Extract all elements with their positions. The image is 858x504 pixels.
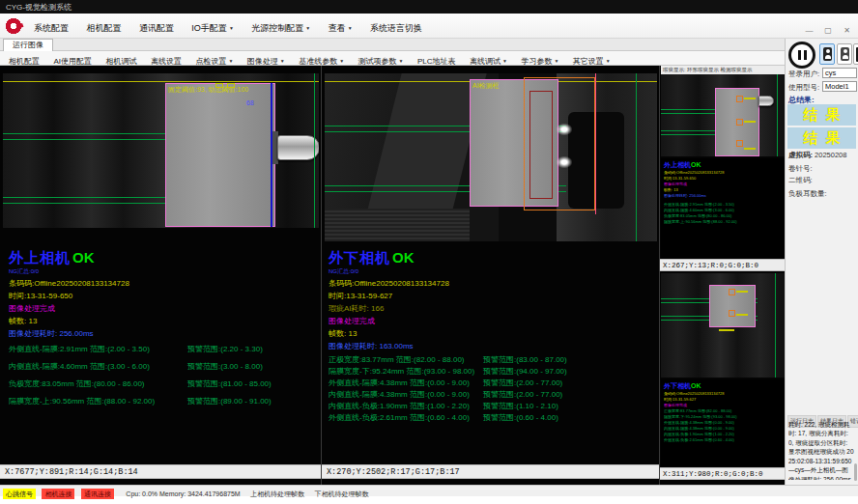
defect-display-header[interactable]: 瑕疵显示: 环形瑕疵显示 检测瑕疵显示 [661,66,785,74]
chevron-down-icon: ▼ [228,58,233,64]
mini-lower-cursor-coords: X:311;Y:980;R:0;G:0;B:0 [660,467,785,480]
panel-divider [321,66,322,485]
tiny-label-mark [719,329,734,331]
chevron-down-icon: ▼ [305,25,310,31]
login-user-label: 登录用户: [788,70,819,79]
lower-camera-results: 外下相机OK NG汇总:0/0 条码码:Offline2025020813313… [329,249,657,425]
pink-edge-line [595,73,596,214]
measure-row: 内侧直线-负极:1.90mm 范围:(1.00 - 2.20)预警范围:(1.1… [329,402,657,413]
cpu-memory-status: Cpu: 0.0% Memory: 3424.41796875M [126,490,240,497]
winder-number-label: 卷针号: [788,164,813,174]
menu-item-camera-config[interactable]: 相机配置 [79,15,128,41]
panel-divider [659,66,660,485]
defect-marker [736,119,743,126]
virtual-code-row: 虚拟码: 20250208 [788,151,846,160]
switch-user-button[interactable] [837,43,852,65]
chevron-down-icon: ▼ [229,25,234,31]
ng-summary: NG汇总:0/0 [329,267,657,276]
defect-marker [729,310,735,317]
tiny-label-mark [744,121,756,123]
measure-row: 外侧直线-负极:2.61mm 范围:(0.60 - 4.00)预警范围:(0.6… [329,413,657,425]
minimize-icon[interactable]: — [802,24,816,38]
measure-row: 内侧直线-隔膜:4.38mm 范围:(0.00 - 9.00)预警范围:(2.0… [329,390,657,402]
window-controls: — ▢ ✕ [802,19,854,38]
log-scrollbar[interactable] [854,463,857,481]
menu-item-io-config[interactable]: IO手配置▼ [185,15,240,41]
user-icon [823,47,832,61]
process-time-line: 图像处理耗时: 163.00ms [329,342,657,351]
frame-count-line: 帧数: 13 [9,317,318,326]
connector-tab [277,135,319,160]
login-user-field[interactable]: cys [822,68,857,78]
camera-title: 外下相机 [329,249,390,266]
measure-row: 隔膜宽度-下:95.24mm 范围:(93.00 - 98.00)预警范围:(9… [329,367,657,378]
pause-icon [798,50,801,60]
result-box-upper: 结果 [787,104,856,126]
chevron-down-icon: ▼ [606,58,611,64]
process-done-line: 图像处理完成 [9,304,318,314]
maximize-icon[interactable]: ▢ [821,24,836,38]
menu-item-comm-config[interactable]: 通讯配置 [132,15,181,41]
menu-item-system-config[interactable]: 系统配置 [27,15,75,41]
app-logo-icon [5,17,22,35]
control-panel: 登录用户: cys 使用型号: Model1 总结果: 结果 结果 虚拟码: 2… [785,39,858,485]
lower-camera-cursor-coords: X:270;Y:2502;R:17;G:17;B:17 [322,464,659,479]
login-user-button[interactable] [819,43,835,65]
log-text: 耗时: 222, 瑕疵检测耗时: 17, 瑕疵分离耗时: 0, 瑕疵提取分区耗时… [788,420,854,480]
chevron-down-icon: ▼ [280,58,285,64]
upper-camera-image[interactable]: 固定阈值:93, 动态阈值:100 68 [3,73,319,228]
menu-items: 系统配置 相机配置 通讯配置 IO手配置▼ 光源控制配置▼ 查看▼ 系统语言切换 [27,14,429,39]
mini-lower-camera-image[interactable] [661,273,785,378]
result-ok: OK [72,249,95,266]
lower-camera-image[interactable]: AI检测框 [325,73,657,241]
menu-item-light-config[interactable]: 光源控制配置▼ [244,15,317,41]
tiny-label-mark [736,291,748,293]
led-highlight [557,156,572,168]
chevron-down-icon: ▼ [554,58,558,64]
measure-row: 内侧直线-隔膜:4.60mm 范围:(3.00 - 6.00)预警范围:(3.0… [9,362,318,379]
measure-row: 外侧直线-隔膜:2.91mm 范围:(2.00 - 3.50)预警范围:(2.2… [9,345,318,362]
lower-camera-queue-status: 下相机待处理帧数 [315,490,369,497]
menu-item-language-switch[interactable]: 系统语言切换 [363,15,429,41]
qr-code-label: 二维码: [788,176,813,185]
menu-bar: 系统配置 相机配置 通讯配置 IO手配置▼ 光源控制配置▼ 查看▼ 系统语言切换… [0,14,858,39]
connector-tab [758,96,774,106]
mini-upper-camera-image[interactable] [661,74,785,156]
close-icon[interactable]: ✕ [840,24,854,38]
defect-box [529,91,553,199]
result-box-lower: 结果 [787,127,856,149]
green-edge-line [314,73,315,228]
heartbeat-status-badge: 心跳信号 [3,489,36,499]
measure-row: 负极宽度:83.05mm 范围:(80.00 - 86.00)预警范围:(81.… [9,379,318,397]
app-window: CYG-视觉检测系统 系统配置 相机配置 通讯配置 IO手配置▼ 光源控制配置▼… [0,0,858,504]
time-line: 时间:13-31-59-650 [9,292,318,301]
title-bar[interactable]: CYG-视觉检测系统 [0,0,858,14]
upper-camera-queue-status: 上相机待处理帧数 [250,490,304,497]
pause-icon [804,50,807,60]
mini-upper-cursor-coords: X:267;Y:13;R:0;G:0;B:0 [660,259,785,271]
model-field[interactable]: Model1 [822,81,857,92]
ai-time-line: 瑕疵AI耗时: 166 [329,304,657,314]
process-done-line: 图像处理完成 [329,317,657,326]
barcode-line: 条码码:Offline20250208133134728 [9,279,318,289]
yellow-reference-line [3,81,319,82]
barcode-line: 条码码:Offline20250208133134728 [329,279,657,289]
defect-marker [736,140,743,147]
result-ok: OK [392,249,415,266]
green-edge-line [777,74,778,156]
process-time-line: 图像处理耗时: 256.00ms [9,329,318,339]
tiny-label-mark [744,148,756,150]
chevron-down-icon: ▼ [399,58,404,64]
upper-camera-results: 外上相机OK NG汇总:0/0 条码码:Offline2025020813313… [9,249,318,414]
pause-button[interactable] [788,42,815,69]
green-edge-line [636,73,637,241]
measure-row: 外侧直线-隔膜:4.38mm 范围:(0.00 - 9.00)预警范围:(2.0… [329,378,657,390]
exit-button[interactable] [853,43,858,65]
main-view: 固定阈值:93, 动态阈值:100 68 外上相机OK NG汇总:0/0 条码码… [0,66,785,485]
yellow-marker [215,83,223,88]
machinery-shape [325,209,470,241]
status-bar: 心跳信号 相机连接 通讯连接 Cpu: 0.0% Memory: 3424.41… [0,485,858,496]
menu-item-view[interactable]: 查看▼ [322,15,359,41]
chevron-down-icon: ▼ [502,58,507,64]
yellow-marker [227,83,235,88]
